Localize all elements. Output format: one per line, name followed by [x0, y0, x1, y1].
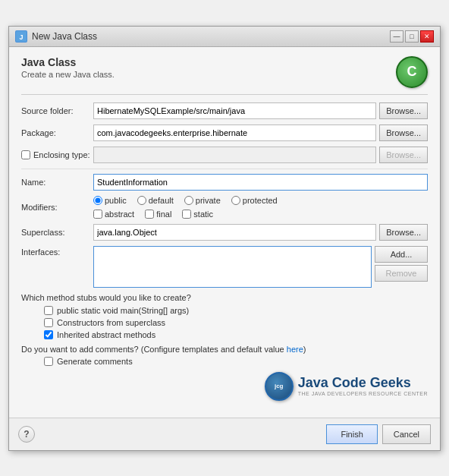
enclosing-type-row: Enclosing type: Browse...	[21, 147, 428, 163]
minimize-button[interactable]: —	[390, 30, 403, 43]
window-title: New Java Class	[32, 31, 97, 42]
logo-area: jcg Java Code Geeks THE JAVA DEVELOPERS …	[21, 372, 428, 401]
bottom-bar: ? Finish Cancel	[9, 418, 440, 450]
other-modifiers-group: abstract final static	[93, 210, 278, 219]
title-bar-left: J New Java Class	[15, 30, 97, 43]
stub-main-option[interactable]: public static void main(String[] args)	[44, 306, 428, 315]
logo-text-block: Java Code Geeks THE JAVA DEVELOPERS RESO…	[298, 376, 428, 396]
action-buttons: Finish Cancel	[326, 424, 431, 444]
logo-subtext: THE JAVA DEVELOPERS RESOURCE CENTER	[298, 391, 428, 396]
modifier-final-option[interactable]: final	[145, 210, 171, 219]
modifiers-label: Modifiers:	[21, 203, 93, 212]
interfaces-add-button[interactable]: Add...	[375, 246, 428, 263]
modifier-private-radio[interactable]	[184, 196, 193, 205]
help-button[interactable]: ?	[18, 426, 35, 443]
comments-question: Do you want to add comments? (Configure …	[21, 345, 428, 354]
modifier-static-option[interactable]: static	[182, 210, 213, 219]
close-button[interactable]: ✕	[420, 30, 434, 43]
comments-here-link[interactable]: here	[287, 345, 303, 354]
title-buttons: — □ ✕	[390, 30, 434, 43]
package-row: Package: Browse...	[21, 125, 428, 141]
logo-name: Java Code Geeks	[298, 376, 428, 391]
main-window: J New Java Class — □ ✕ Java Class Create…	[8, 26, 441, 451]
interfaces-action-buttons: Add... Remove	[375, 246, 428, 282]
generate-comments-checkbox[interactable]	[44, 357, 53, 366]
superclass-row: Superclass: Browse...	[21, 224, 428, 241]
name-label: Name:	[21, 178, 93, 187]
section-subtitle: Create a new Java class.	[21, 70, 115, 79]
modifier-protected-option[interactable]: protected	[231, 196, 278, 205]
package-label: Package:	[21, 128, 93, 137]
source-folder-row: Source folder: Browse...	[21, 102, 428, 119]
interfaces-list[interactable]	[93, 246, 372, 288]
method-stubs-question: Which method stubs would you like to cre…	[21, 293, 428, 302]
enclosing-type-input[interactable]	[93, 147, 376, 163]
superclass-input[interactable]	[93, 224, 376, 241]
package-input[interactable]	[93, 125, 376, 141]
finish-button[interactable]: Finish	[326, 424, 377, 444]
modifier-public-radio[interactable]	[93, 196, 102, 205]
modifiers-row: Modifiers: public default private	[21, 196, 428, 219]
title-bar: J New Java Class — □ ✕	[9, 27, 440, 47]
window-icon: J	[15, 30, 27, 43]
superclass-browse-button[interactable]: Browse...	[379, 224, 428, 241]
method-stubs-options: public static void main(String[] args) C…	[21, 306, 428, 339]
modifier-default-option[interactable]: default	[137, 196, 174, 205]
package-browse-button[interactable]: Browse...	[379, 125, 428, 141]
svg-text:J: J	[19, 33, 23, 41]
source-folder-input[interactable]	[93, 102, 376, 119]
stub-constructor-checkbox[interactable]	[44, 318, 53, 327]
modifiers-options: public default private protected	[93, 196, 278, 219]
java-logo-icon: C	[396, 56, 428, 88]
access-modifier-group: public default private protected	[93, 196, 278, 205]
modifier-private-option[interactable]: private	[184, 196, 221, 205]
enclosing-type-label: Enclosing type:	[33, 150, 90, 159]
name-row: Name:	[21, 174, 428, 191]
modifier-abstract-option[interactable]: abstract	[93, 210, 134, 219]
section-title: Java Class	[21, 56, 115, 68]
enclosing-type-checkbox[interactable]	[21, 150, 30, 159]
name-input[interactable]	[93, 174, 428, 191]
modifier-final-checkbox[interactable]	[145, 210, 154, 219]
modifier-default-radio[interactable]	[137, 196, 146, 205]
modifier-protected-radio[interactable]	[231, 196, 240, 205]
source-folder-label: Source folder:	[21, 106, 93, 115]
superclass-label: Superclass:	[21, 228, 93, 237]
section-header: Java Class Create a new Java class. C	[21, 56, 428, 95]
modifier-public-option[interactable]: public	[93, 196, 127, 205]
modifier-static-checkbox[interactable]	[182, 210, 191, 219]
stub-inherited-option[interactable]: Inherited abstract methods	[44, 330, 428, 339]
stub-main-checkbox[interactable]	[44, 306, 53, 315]
source-folder-browse-button[interactable]: Browse...	[379, 102, 428, 119]
header-text: Java Class Create a new Java class.	[21, 56, 115, 79]
dialog-content: Java Class Create a new Java class. C So…	[9, 47, 440, 418]
jcg-logo-icon: jcg	[265, 372, 294, 401]
interfaces-row: Interfaces: Add... Remove	[21, 246, 428, 288]
modifier-abstract-checkbox[interactable]	[93, 210, 102, 219]
interfaces-label: Interfaces:	[21, 246, 93, 257]
interfaces-remove-button[interactable]: Remove	[375, 265, 428, 282]
stub-inherited-checkbox[interactable]	[44, 330, 53, 339]
cancel-button[interactable]: Cancel	[382, 424, 431, 444]
maximize-button[interactable]: □	[405, 30, 419, 43]
enclosing-type-browse-button[interactable]: Browse...	[379, 147, 428, 163]
logo-container: jcg Java Code Geeks THE JAVA DEVELOPERS …	[265, 372, 428, 401]
comments-section: Do you want to add comments? (Configure …	[21, 345, 428, 366]
generate-comments-row: Generate comments	[21, 357, 428, 366]
stub-constructor-option[interactable]: Constructors from superclass	[44, 318, 428, 327]
